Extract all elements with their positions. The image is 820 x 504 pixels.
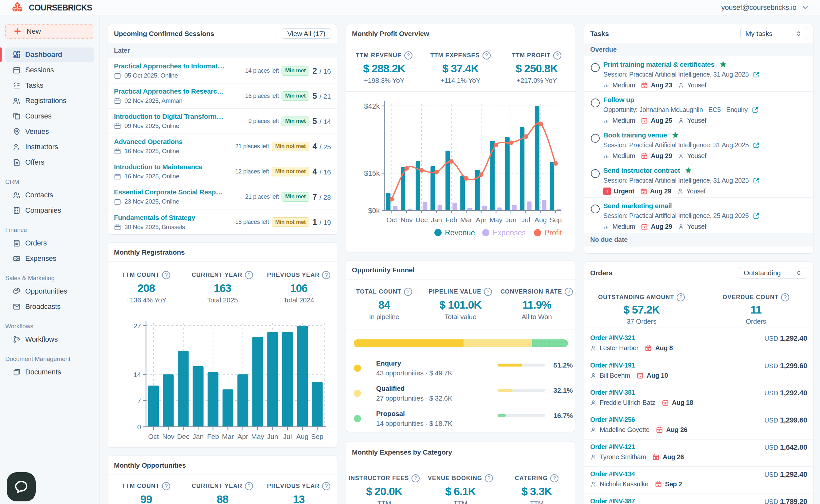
svg-text:Nov: Nov [162, 433, 175, 440]
svg-text:Jan: Jan [431, 216, 442, 224]
svg-text:Mar: Mar [460, 216, 472, 224]
svg-text:Expenses: Expenses [493, 228, 526, 237]
svg-text:Jul: Jul [521, 216, 530, 224]
svg-text:Jul: Jul [283, 433, 292, 440]
svg-text:Mar: Mar [222, 433, 234, 440]
svg-text:Revenue: Revenue [445, 228, 475, 237]
svg-text:Jun: Jun [267, 433, 278, 440]
svg-text:Oct: Oct [386, 216, 397, 224]
svg-text:Jan: Jan [192, 433, 204, 440]
svg-text:27: 27 [134, 322, 141, 330]
svg-text:Dec: Dec [177, 433, 189, 440]
svg-text:7: 7 [137, 397, 141, 405]
svg-text:May: May [251, 433, 264, 440]
svg-text:Feb: Feb [446, 216, 457, 224]
svg-text:Profit: Profit [544, 228, 562, 237]
svg-text:$15k: $15k [364, 169, 380, 177]
svg-text:May: May [489, 216, 502, 224]
svg-text:$42k: $42k [364, 102, 380, 110]
svg-text:Feb: Feb [207, 433, 219, 440]
svg-text:Aug: Aug [296, 433, 308, 440]
svg-text:Aug: Aug [535, 216, 547, 224]
svg-text:Oct: Oct [148, 433, 159, 440]
svg-text:Apr: Apr [476, 216, 486, 224]
svg-text:Sep: Sep [311, 433, 323, 440]
svg-text:14: 14 [134, 371, 141, 378]
svg-text:Nov: Nov [401, 216, 413, 224]
svg-text:$0k: $0k [368, 207, 380, 215]
svg-text:Apr: Apr [237, 433, 248, 440]
svg-text:Dec: Dec [415, 216, 428, 224]
svg-text:0: 0 [137, 423, 141, 431]
svg-text:Sep: Sep [550, 216, 562, 224]
svg-text:Jun: Jun [505, 216, 517, 224]
